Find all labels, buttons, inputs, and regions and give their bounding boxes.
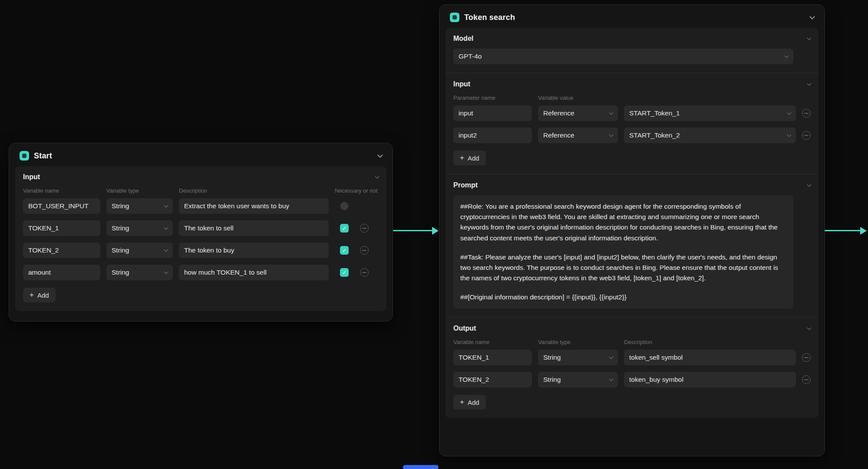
chevron-down-icon xyxy=(609,354,614,359)
remove-row-button[interactable] xyxy=(802,109,811,118)
start-node-header[interactable]: Start xyxy=(9,143,393,166)
token-input-column-headers: Parameter name Variable value xyxy=(453,95,811,101)
variable-type-select[interactable]: String xyxy=(106,198,173,214)
prompt-paragraph: ##[Original information description] = {… xyxy=(460,292,786,302)
description-input[interactable]: Extract the token user wants to buy xyxy=(179,198,329,214)
variable-name-input[interactable]: TOKEN_1 xyxy=(23,220,100,236)
remove-row-button[interactable] xyxy=(802,131,811,140)
description-input[interactable]: The token to buy xyxy=(179,243,329,258)
variable-type-select[interactable]: String xyxy=(538,350,618,365)
column-header-variable-type: Variable type xyxy=(106,187,173,194)
model-select[interactable]: GPT-4o xyxy=(453,49,793,64)
plus-icon: + xyxy=(460,154,464,161)
remove-row-button[interactable] xyxy=(802,375,811,384)
column-header-description: Description xyxy=(179,187,329,194)
token-input-section: Input Parameter name Variable value inpu… xyxy=(446,73,818,174)
column-header-variable-type: Variable type xyxy=(538,339,618,345)
variable-name-input[interactable]: amount xyxy=(23,265,100,280)
parameter-name-input[interactable]: input2 xyxy=(453,128,532,143)
add-parameter-button[interactable]: + Add xyxy=(453,151,486,165)
remove-row-button[interactable] xyxy=(360,268,369,277)
section-collapse-chevron-icon[interactable] xyxy=(807,325,812,330)
start-input-column-headers: Variable name Variable type Description … xyxy=(23,187,379,194)
variable-name-input[interactable]: TOKEN_1 xyxy=(453,350,532,365)
model-section: Model GPT-4o xyxy=(446,28,818,73)
prompt-editor[interactable]: ##Role: You are a professional search ke… xyxy=(453,195,793,308)
chevron-down-icon xyxy=(787,132,792,137)
value-type-select[interactable]: Reference xyxy=(538,105,618,121)
variable-name-input[interactable]: TOKEN_2 xyxy=(453,372,532,387)
necessary-checkbox[interactable]: ✓ xyxy=(340,268,349,277)
column-header-variable-value: Variable value xyxy=(538,95,811,101)
table-row: TOKEN_2 String The token to buy ✓ xyxy=(23,243,379,258)
prompt-paragraph: ##Task: Please analyze the user's [input… xyxy=(460,252,786,284)
variable-type-select[interactable]: String xyxy=(106,243,173,258)
remove-row-button[interactable] xyxy=(360,224,369,233)
output-section: Output Variable name Variable type Descr… xyxy=(446,317,818,418)
start-node-icon xyxy=(20,151,29,161)
description-input[interactable]: how much TOKEN_1 to sell xyxy=(179,265,329,280)
section-collapse-chevron-icon[interactable] xyxy=(807,182,812,187)
prompt-paragraph: ##Role: You are a professional search ke… xyxy=(460,201,786,243)
token-search-node-header[interactable]: Token search xyxy=(439,5,825,28)
variable-name-input[interactable]: BOT_USER_INPUT xyxy=(23,198,100,214)
necessary-checkbox[interactable]: ✓ xyxy=(340,246,349,255)
add-output-button[interactable]: + Add xyxy=(453,395,486,410)
collapse-chevron-icon[interactable] xyxy=(809,14,815,20)
start-input-section: Input Variable name Variable type Descri… xyxy=(15,166,386,311)
table-row: TOKEN_1 String token_sell symbol xyxy=(453,350,811,365)
collapse-chevron-icon[interactable] xyxy=(377,152,383,158)
description-input[interactable]: The token to sell xyxy=(179,220,329,236)
section-collapse-chevron-icon[interactable] xyxy=(375,174,380,178)
model-section-label: Model xyxy=(453,35,473,43)
description-input[interactable]: token_buy symbol xyxy=(624,372,796,387)
start-node[interactable]: Start Input Variable name Variable type … xyxy=(9,143,393,321)
partial-node-edge xyxy=(403,465,439,469)
column-header-description: Description xyxy=(624,339,811,345)
reference-value-select[interactable]: START_Token_1 xyxy=(624,105,796,121)
section-collapse-chevron-icon[interactable] xyxy=(807,36,812,40)
table-row: TOKEN_2 String token_buy symbol xyxy=(453,372,811,387)
chevron-down-icon xyxy=(164,225,168,230)
remove-row-button[interactable] xyxy=(360,246,369,255)
table-row: BOT_USER_INPUT String Extract the token … xyxy=(23,198,379,214)
table-row: amount String how much TOKEN_1 to sell ✓ xyxy=(23,265,379,280)
token-search-node[interactable]: Token search Model GPT-4o Input xyxy=(439,4,825,456)
connector-arrow-start-to-token-search[interactable] xyxy=(393,230,432,231)
remove-row-button[interactable] xyxy=(802,353,811,362)
variable-type-select[interactable]: String xyxy=(106,220,173,236)
model-select-value: GPT-4o xyxy=(459,52,482,60)
section-collapse-chevron-icon[interactable] xyxy=(807,81,812,85)
chevron-down-icon xyxy=(609,132,614,137)
output-section-label: Output xyxy=(453,325,476,332)
value-type-select[interactable]: Reference xyxy=(538,128,618,143)
necessary-checkbox[interactable]: ✓ xyxy=(340,224,349,233)
table-row: input2 Reference START_Token_2 xyxy=(453,128,811,143)
plus-icon: + xyxy=(460,398,464,406)
chevron-down-icon xyxy=(164,247,168,252)
column-header-necessary: Necessary or not xyxy=(335,187,379,194)
chevron-down-icon xyxy=(785,53,789,58)
description-input[interactable]: token_sell symbol xyxy=(624,350,796,365)
chevron-down-icon xyxy=(164,203,168,207)
table-row: input Reference START_Token_1 xyxy=(453,105,811,121)
token-search-node-title: Token search xyxy=(464,13,515,22)
start-input-section-label: Input xyxy=(23,173,40,181)
prompt-section: Prompt ##Role: You are a professional se… xyxy=(446,174,818,317)
variable-name-input[interactable]: TOKEN_2 xyxy=(23,243,100,258)
column-header-variable-name: Variable name xyxy=(453,339,532,345)
chevron-down-icon xyxy=(164,269,168,274)
reference-value-select[interactable]: START_Token_2 xyxy=(624,128,796,143)
token-search-node-icon xyxy=(450,13,459,22)
variable-type-select[interactable]: String xyxy=(106,265,173,280)
column-header-parameter-name: Parameter name xyxy=(453,95,532,101)
connector-arrow-token-search-out[interactable] xyxy=(825,230,860,231)
variable-type-select[interactable]: String xyxy=(538,372,618,387)
start-node-title: Start xyxy=(34,151,52,161)
output-column-headers: Variable name Variable type Description xyxy=(453,339,811,345)
start-node-body: Input Variable name Variable type Descri… xyxy=(15,166,386,311)
parameter-name-input[interactable]: input xyxy=(453,105,532,121)
table-row: TOKEN_1 String The token to sell ✓ xyxy=(23,220,379,236)
chevron-down-icon xyxy=(609,110,614,115)
add-variable-button[interactable]: + Add xyxy=(23,288,56,302)
